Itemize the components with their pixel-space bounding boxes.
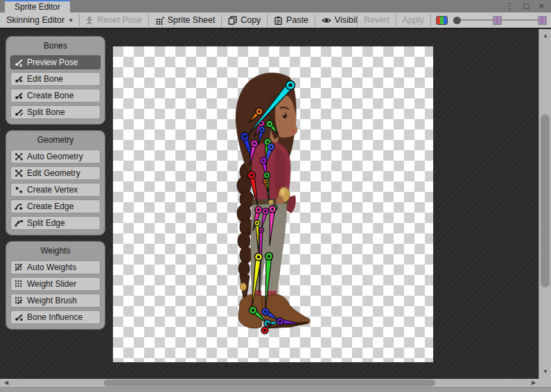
edit-geometry-icon bbox=[15, 169, 24, 178]
close-icon[interactable]: × bbox=[539, 0, 544, 12]
character-sprite bbox=[113, 46, 433, 362]
maximize-icon[interactable]: □ bbox=[524, 0, 530, 12]
split-edge-icon bbox=[15, 219, 24, 228]
paste-button[interactable]: Paste bbox=[268, 12, 315, 28]
sprite-sheet-icon bbox=[155, 16, 164, 25]
horizontal-scroll-thumb[interactable] bbox=[104, 380, 435, 386]
button-label: Edit Geometry bbox=[27, 168, 80, 178]
window-bottom-edge bbox=[0, 387, 551, 392]
auto-weights-icon bbox=[15, 263, 24, 272]
kebab-menu-icon[interactable]: ⋮ bbox=[505, 0, 514, 12]
toolbar: Skinning Editor ▾ Reset Pose Sprite Shee… bbox=[0, 12, 551, 29]
apply-button[interactable]: Apply bbox=[396, 12, 430, 28]
zoom-slider-track[interactable] bbox=[461, 19, 493, 21]
create-edge-button[interactable]: Create Edge bbox=[10, 199, 100, 213]
tab-bar: Sprite Editor ⋮ □ × bbox=[0, 0, 551, 12]
create-vertex-button[interactable]: Create Vertex bbox=[10, 183, 100, 197]
button-label: Auto Geometry bbox=[27, 152, 83, 161]
tool-panels: BonesPreview PoseEdit BoneCreate BoneSpl… bbox=[6, 36, 105, 335]
scroll-right-icon[interactable]: ▶ bbox=[532, 380, 536, 386]
skinning-editor-label: Skinning Editor bbox=[6, 15, 64, 25]
button-label: Create Bone bbox=[27, 91, 73, 100]
split-edge-button[interactable]: Split Edge bbox=[10, 216, 100, 230]
vertical-scrollbar[interactable]: ▲ ▼ bbox=[539, 29, 551, 379]
horizontal-scrollbar[interactable]: ◀ ▶ bbox=[0, 379, 551, 387]
edit-geometry-button[interactable]: Edit Geometry bbox=[10, 166, 100, 180]
bone-influence-button[interactable]: Bone Influence bbox=[10, 310, 100, 324]
create-edge-icon bbox=[15, 202, 24, 211]
button-label: Create Edge bbox=[27, 202, 73, 211]
reset-pose-icon bbox=[85, 16, 94, 25]
paste-label: Paste bbox=[286, 15, 308, 25]
sprite-editor-window: Sprite Editor ⋮ □ × Skinning Editor ▾ Re… bbox=[0, 0, 551, 392]
tab-sprite-editor[interactable]: Sprite Editor bbox=[5, 0, 70, 12]
button-label: Auto Weights bbox=[27, 262, 76, 272]
create-vertex-icon bbox=[15, 186, 24, 195]
visibility-icon bbox=[322, 16, 331, 25]
skinning-editor-dropdown[interactable]: Skinning Editor ▾ bbox=[0, 12, 79, 28]
panel-title: Weights bbox=[10, 244, 100, 258]
create-bone-icon bbox=[15, 91, 24, 100]
split-bone-button[interactable]: Split Bone bbox=[10, 105, 100, 119]
weight-brush-button[interactable]: Weight Brush bbox=[10, 294, 100, 308]
panel-title: Bones bbox=[10, 39, 100, 53]
reset-pose-label: Reset Pose bbox=[97, 15, 142, 25]
apply-label: Apply bbox=[402, 15, 423, 25]
panel-title: Geometry bbox=[10, 134, 100, 147]
scroll-down-icon[interactable]: ▼ bbox=[543, 369, 548, 375]
zoom-slider-handle[interactable] bbox=[453, 17, 461, 24]
panel-geometry: GeometryAuto GeometryEdit GeometryCreate… bbox=[6, 130, 105, 235]
button-label: Split Bone bbox=[27, 107, 65, 117]
preview-pose-icon bbox=[15, 58, 24, 67]
workspace: BonesPreview PoseEdit BoneCreate BoneSpl… bbox=[0, 29, 539, 379]
create-bone-button[interactable]: Create Bone bbox=[10, 89, 100, 103]
copy-icon bbox=[228, 16, 237, 25]
weight-slider-button[interactable]: Weight Slider bbox=[10, 277, 100, 291]
edit-bone-button[interactable]: Edit Bone bbox=[10, 72, 100, 86]
sprite-sheet-button[interactable]: Sprite Sheet bbox=[149, 12, 222, 28]
button-label: Bone Influence bbox=[27, 312, 82, 322]
visibility-label: Visibil bbox=[335, 15, 357, 25]
copy-label: Copy bbox=[240, 15, 261, 25]
paste-icon bbox=[274, 16, 283, 25]
chevron-down-icon: ▾ bbox=[69, 17, 73, 24]
sprite-canvas[interactable] bbox=[113, 46, 433, 362]
weight-slider-icon bbox=[15, 280, 24, 289]
sprite-preview-large-icon bbox=[538, 16, 547, 25]
toolbar-separator bbox=[430, 15, 431, 26]
vertical-scroll-thumb[interactable] bbox=[541, 114, 550, 287]
revert-label: Revert bbox=[364, 15, 390, 25]
tab-label: Sprite Editor bbox=[15, 1, 60, 12]
button-label: Split Edge bbox=[27, 218, 65, 228]
window-controls: ⋮ □ × bbox=[505, 0, 551, 12]
visibility-button[interactable]: Visibil bbox=[315, 12, 357, 28]
auto-geometry-button[interactable]: Auto Geometry bbox=[10, 150, 100, 163]
auto-weights-button[interactable]: Auto Weights bbox=[10, 260, 100, 274]
scroll-up-icon[interactable]: ▲ bbox=[543, 33, 548, 39]
split-bone-icon bbox=[15, 108, 24, 117]
button-label: Create Vertex bbox=[27, 185, 78, 195]
revert-button[interactable]: Revert bbox=[358, 12, 396, 28]
sprite-sheet-label: Sprite Sheet bbox=[168, 15, 216, 25]
sprite-preview-small-icon[interactable] bbox=[493, 16, 502, 25]
button-label: Preview Pose bbox=[27, 57, 78, 67]
edit-bone-icon bbox=[15, 75, 24, 84]
reset-pose-button[interactable]: Reset Pose bbox=[79, 12, 148, 28]
preview-pose-button[interactable]: Preview Pose bbox=[10, 55, 100, 69]
zoom-slider[interactable] bbox=[453, 16, 547, 25]
color-swatch-button[interactable] bbox=[436, 16, 447, 25]
zoom-slider-track[interactable] bbox=[502, 19, 538, 21]
button-label: Weight Slider bbox=[27, 279, 76, 289]
button-label: Weight Brush bbox=[27, 296, 77, 305]
bone-influence-icon bbox=[15, 313, 24, 322]
copy-button[interactable]: Copy bbox=[222, 12, 267, 28]
panel-bones: BonesPreview PoseEdit BoneCreate BoneSpl… bbox=[6, 36, 105, 125]
panel-weights: WeightsAuto WeightsWeight SliderWeight B… bbox=[6, 241, 105, 330]
scroll-left-icon[interactable]: ◀ bbox=[4, 380, 8, 386]
button-label: Edit Bone bbox=[27, 74, 63, 84]
weight-brush-icon bbox=[15, 296, 24, 305]
auto-geometry-icon bbox=[15, 152, 24, 161]
